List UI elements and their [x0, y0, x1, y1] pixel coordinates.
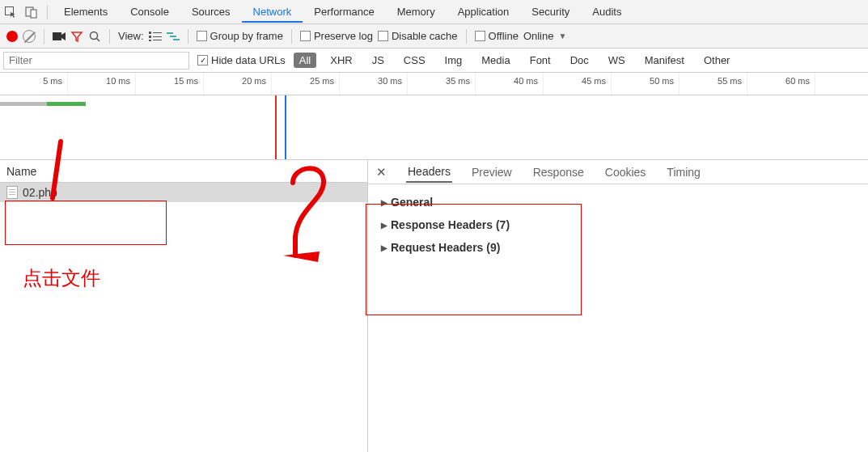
- section-request-headers[interactable]: ▶Request Headers (9): [368, 236, 868, 259]
- checkbox-checked-icon: ✓: [197, 55, 208, 65]
- checkbox-icon: [197, 31, 207, 41]
- triangle-right-icon: ▶: [381, 243, 387, 252]
- hide-data-urls-label: Hide data URLs: [211, 54, 286, 66]
- separator: [291, 29, 292, 44]
- waterfall-overview[interactable]: [0, 95, 868, 160]
- timeline-ruler[interactable]: 5 ms 10 ms 15 ms 20 ms 25 ms 30 ms 35 ms…: [0, 73, 868, 95]
- timeline-tick: 10 ms: [68, 73, 136, 95]
- detail-tab-headers[interactable]: Headers: [406, 161, 452, 183]
- close-detail-button[interactable]: ✕: [376, 165, 387, 180]
- timeline-tick: 25 ms: [272, 73, 340, 95]
- timeline-tick: 60 ms: [747, 73, 815, 95]
- timeline-tick: 45 ms: [544, 73, 612, 95]
- triangle-right-icon: ▶: [381, 221, 387, 230]
- timeline-tick: 55 ms: [680, 73, 747, 95]
- timeline-tick: 35 ms: [408, 73, 476, 95]
- waterfall-view-icon[interactable]: [167, 30, 180, 43]
- filter-type-other[interactable]: Other: [698, 53, 736, 68]
- svg-rect-12: [167, 32, 173, 34]
- preserve-log-label: Preserve log: [314, 30, 373, 42]
- device-toggle-icon[interactable]: [21, 2, 42, 23]
- svg-rect-13: [170, 36, 176, 37]
- timeline-tick: 5 ms: [0, 73, 68, 95]
- offline-option[interactable]: Offline: [475, 30, 519, 42]
- tab-network[interactable]: Network: [242, 1, 303, 23]
- disable-cache-option[interactable]: Disable cache: [378, 30, 458, 42]
- detail-tab-cookies[interactable]: Cookies: [603, 162, 648, 183]
- section-general[interactable]: ▶General: [368, 191, 868, 213]
- checkbox-icon: [378, 31, 388, 41]
- svg-rect-14: [173, 39, 180, 40]
- svg-rect-9: [153, 36, 162, 37]
- online-label: Online: [523, 30, 554, 42]
- section-response-headers[interactable]: ▶Response Headers (7): [368, 213, 868, 236]
- overview-bar: [0, 102, 47, 106]
- filter-type-css[interactable]: CSS: [398, 53, 431, 68]
- name-column-header[interactable]: Name: [0, 160, 367, 183]
- filter-type-js[interactable]: JS: [366, 53, 390, 68]
- tab-console[interactable]: Console: [119, 1, 180, 23]
- clear-button[interactable]: [23, 30, 36, 43]
- timeline-tick: 20 ms: [204, 73, 272, 95]
- throttling-select[interactable]: Online▼: [523, 30, 566, 42]
- search-icon[interactable]: [88, 30, 101, 43]
- tab-application[interactable]: Application: [447, 1, 521, 23]
- domcontentloaded-line: [275, 95, 277, 159]
- tab-memory[interactable]: Memory: [386, 1, 447, 23]
- tab-performance[interactable]: Performance: [303, 1, 385, 23]
- detail-tab-timing[interactable]: Timing: [665, 162, 702, 183]
- camera-icon[interactable]: [53, 30, 66, 43]
- checkbox-icon: [475, 31, 485, 41]
- timeline-tick: 15 ms: [136, 73, 204, 95]
- list-view-icon[interactable]: [149, 30, 162, 43]
- view-label: View:: [118, 30, 144, 42]
- tab-sources[interactable]: Sources: [180, 1, 242, 23]
- timeline-tick: 30 ms: [340, 73, 408, 95]
- record-button[interactable]: [6, 31, 18, 42]
- triangle-right-icon: ▶: [381, 198, 387, 207]
- inspect-icon[interactable]: [0, 2, 21, 23]
- filter-type-doc[interactable]: Doc: [565, 53, 595, 68]
- detail-tab-preview[interactable]: Preview: [470, 162, 514, 183]
- filter-type-ws[interactable]: WS: [603, 53, 631, 68]
- checkbox-icon: [300, 31, 311, 41]
- file-icon: [6, 186, 18, 199]
- filter-type-xhr[interactable]: XHR: [324, 53, 358, 68]
- tab-security[interactable]: Security: [520, 1, 581, 23]
- chevron-down-icon: ▼: [558, 32, 566, 40]
- filter-type-font[interactable]: Font: [524, 53, 557, 68]
- hide-data-urls-option[interactable]: ✓ Hide data URLs: [197, 54, 286, 66]
- section-request-headers-label: Request Headers (9): [391, 241, 500, 254]
- svg-rect-10: [149, 40, 151, 41]
- filter-icon[interactable]: [70, 30, 83, 43]
- filter-type-media[interactable]: Media: [476, 53, 515, 68]
- filter-type-img[interactable]: Img: [439, 53, 468, 68]
- load-line: [285, 95, 286, 159]
- overview-bar: [47, 102, 86, 106]
- svg-rect-11: [153, 40, 162, 40]
- separator: [109, 29, 110, 44]
- group-by-frame-option[interactable]: Group by frame: [197, 30, 283, 42]
- timeline-tick: 50 ms: [612, 73, 680, 95]
- group-by-frame-label: Group by frame: [210, 30, 283, 42]
- svg-rect-7: [153, 32, 162, 33]
- filter-type-manifest[interactable]: Manifest: [639, 53, 690, 68]
- disable-cache-label: Disable cache: [392, 30, 458, 42]
- preserve-log-option[interactable]: Preserve log: [300, 30, 373, 42]
- filter-type-all[interactable]: All: [294, 53, 316, 68]
- tab-audits[interactable]: Audits: [581, 1, 633, 23]
- svg-line-5: [97, 38, 100, 41]
- tab-elements[interactable]: Elements: [53, 1, 119, 23]
- request-detail-pane: ✕ Headers Preview Response Cookies Timin…: [368, 160, 868, 452]
- svg-rect-6: [149, 32, 151, 34]
- separator: [44, 29, 44, 44]
- section-response-headers-label: Response Headers (7): [391, 218, 510, 231]
- offline-label: Offline: [489, 30, 519, 42]
- detail-tab-response[interactable]: Response: [531, 162, 586, 183]
- section-general-label: General: [391, 196, 433, 209]
- separator: [466, 29, 467, 44]
- filter-input[interactable]: [3, 52, 189, 70]
- request-row[interactable]: 02.php: [0, 183, 367, 202]
- svg-rect-3: [53, 32, 61, 40]
- svg-rect-2: [31, 10, 36, 18]
